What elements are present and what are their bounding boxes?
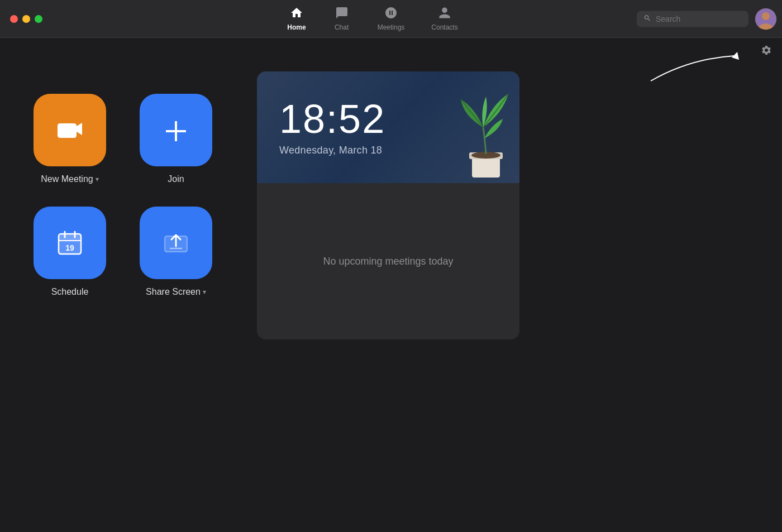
window-controls (0, 15, 53, 23)
search-area (637, 11, 748, 27)
share-screen-container[interactable]: Share Screen ▾ (140, 207, 212, 297)
action-buttons-grid: New Meeting ▾ Join (34, 60, 212, 297)
join-label: Join (168, 174, 184, 184)
clock-time: 18:52 (279, 99, 385, 139)
tab-contacts-label: Contacts (431, 23, 457, 31)
search-input[interactable] (656, 15, 742, 23)
tab-home-label: Home (287, 23, 306, 31)
join-container[interactable]: Join (140, 94, 212, 184)
join-label-row: Join (168, 174, 184, 184)
new-meeting-dropdown-arrow[interactable]: ▾ (96, 175, 99, 183)
new-meeting-button[interactable] (34, 94, 106, 166)
title-bar: Home Chat Meetings (0, 0, 782, 38)
tab-meetings-label: Meetings (378, 23, 405, 31)
chat-icon (335, 6, 349, 21)
right-panel: 18:52 Wednesday, March 18 (257, 60, 748, 339)
schedule-container[interactable]: 19 Schedule (34, 207, 106, 297)
tab-contacts[interactable]: Contacts (418, 2, 471, 36)
tab-meetings[interactable]: Meetings (364, 2, 418, 36)
share-screen-button[interactable] (140, 207, 212, 279)
share-screen-dropdown-arrow[interactable]: ▾ (203, 288, 206, 296)
tab-chat[interactable]: Chat (320, 2, 364, 36)
share-screen-label: Share Screen (146, 287, 201, 297)
share-screen-label-row: Share Screen ▾ (146, 287, 206, 297)
new-meeting-container[interactable]: New Meeting ▾ (34, 94, 106, 184)
svg-point-1 (762, 12, 770, 20)
avatar[interactable] (755, 8, 776, 30)
main-content: New Meeting ▾ Join (0, 38, 782, 532)
clock-date: Wednesday, March 18 (279, 145, 382, 156)
clock-body: No upcoming meetings today (257, 183, 519, 339)
new-meeting-label: New Meeting (41, 174, 93, 184)
plant-decoration (452, 83, 519, 183)
search-icon (643, 14, 651, 23)
contacts-icon (438, 6, 451, 21)
minimize-button[interactable] (22, 15, 30, 23)
schedule-button[interactable]: 19 (34, 207, 106, 279)
clock-widget: 18:52 Wednesday, March 18 (257, 71, 519, 339)
schedule-label: Schedule (51, 287, 89, 297)
tab-chat-label: Chat (335, 23, 349, 31)
gear-icon[interactable] (761, 46, 772, 58)
settings-area (761, 45, 772, 59)
clock-header: 18:52 Wednesday, March 18 (257, 71, 519, 183)
new-meeting-label-row: New Meeting ▾ (41, 174, 98, 184)
join-button[interactable] (140, 94, 212, 166)
no-meetings-text: No upcoming meetings today (323, 256, 453, 267)
close-button[interactable] (10, 15, 18, 23)
svg-text:19: 19 (65, 243, 74, 252)
maximize-button[interactable] (35, 15, 42, 23)
schedule-label-row: Schedule (51, 287, 89, 297)
tab-home[interactable]: Home (274, 2, 319, 36)
meetings-icon (384, 6, 398, 21)
home-icon (290, 6, 303, 21)
svg-rect-6 (59, 234, 81, 241)
avatar-area (755, 8, 776, 30)
nav-tabs: Home Chat Meetings (53, 2, 693, 36)
